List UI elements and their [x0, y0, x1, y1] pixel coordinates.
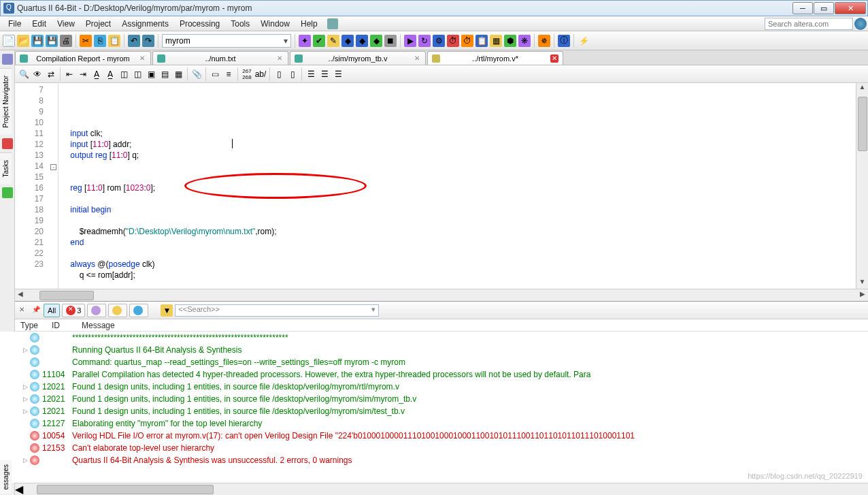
rail-icon[interactable] — [2, 54, 13, 65]
ed-tool-icon[interactable]: ☰ — [305, 68, 317, 80]
tool-icon[interactable]: ❋ — [518, 35, 531, 47]
menu-edit[interactable]: Edit — [27, 18, 52, 30]
close-panel-icon[interactable]: ✕ — [19, 306, 29, 315]
menu-view[interactable]: View — [52, 18, 80, 30]
rail-icon[interactable] — [2, 138, 13, 149]
rail-tab-navigator[interactable]: Project Navigator — [0, 68, 12, 135]
scroll-left-icon[interactable]: ◀ — [15, 483, 23, 495]
tool-icon[interactable]: ✦ — [299, 35, 311, 47]
stop-icon[interactable]: ⏹ — [384, 35, 397, 47]
tool-icon[interactable]: ◆ — [370, 35, 382, 47]
vertical-scrollbar[interactable]: ▲ ▼ — [856, 83, 868, 289]
tab-compilation-report[interactable]: Compilation Report - myrom ✕ — [15, 51, 151, 65]
tool-icon[interactable]: ⏱ — [447, 35, 459, 47]
ed-tool-icon[interactable]: ▭ — [209, 68, 221, 80]
scroll-right-icon[interactable]: ▶ — [857, 290, 868, 301]
ed-tool-icon[interactable]: ☰ — [318, 68, 331, 80]
tool-icon[interactable]: ✵ — [538, 35, 550, 47]
filter-funnel-icon[interactable]: ▼ — [161, 304, 173, 317]
ed-tool-icon[interactable]: ▯ — [286, 68, 299, 80]
search-input[interactable] — [765, 18, 853, 30]
tab-num-txt[interactable]: ../num.txt ✕ — [152, 51, 288, 65]
ed-tool-icon[interactable]: ▦ — [172, 68, 184, 80]
ed-tool-icon[interactable]: ▤ — [158, 68, 171, 80]
menu-processing[interactable]: Processing — [174, 18, 225, 30]
compile-icon[interactable]: ▶ — [404, 35, 416, 47]
fold-column[interactable]: - — [49, 83, 59, 289]
tool-icon[interactable]: ✔ — [313, 35, 325, 47]
new-file-icon[interactable]: 📄 — [3, 35, 15, 47]
ed-tool-icon[interactable]: ab/ — [254, 68, 267, 80]
tab-myrom-v[interactable]: ../rtl/myrom.v* ✕ — [427, 51, 563, 65]
save-icon[interactable]: 💾 — [31, 35, 44, 47]
ed-tool-icon[interactable]: A̲ — [90, 68, 103, 80]
horizontal-scrollbar[interactable]: ◀ ▶ — [15, 289, 868, 301]
rail-tab-tasks[interactable]: Tasks — [0, 153, 12, 185]
tool-icon[interactable]: ▦ — [490, 35, 502, 47]
help-flag-icon[interactable] — [327, 18, 338, 29]
menu-help[interactable]: Help — [295, 18, 323, 30]
open-icon[interactable]: 📂 — [17, 35, 29, 47]
scroll-down-icon[interactable]: ▼ — [859, 278, 866, 289]
maximize-button[interactable]: ▭ — [814, 2, 834, 14]
save-all-icon[interactable]: 💾 — [46, 35, 58, 47]
filter-all-button[interactable]: All — [44, 304, 60, 317]
help-icon[interactable]: ⓘ — [558, 35, 570, 47]
messages-search[interactable]: <<Search>> — [175, 304, 379, 317]
ed-tool-icon[interactable]: ▣ — [145, 68, 157, 80]
redo-icon[interactable]: ↷ — [142, 35, 154, 47]
tool-icon[interactable]: ◆ — [341, 35, 354, 47]
menu-file[interactable]: File — [3, 18, 27, 30]
project-combo[interactable]: myrom — [162, 34, 291, 48]
undo-icon[interactable]: ↶ — [128, 35, 140, 47]
scroll-thumb[interactable] — [37, 485, 214, 494]
scroll-up-icon[interactable]: ▲ — [859, 83, 866, 94]
ed-tool-icon[interactable]: 🔍 — [18, 68, 30, 80]
ed-tool-icon[interactable]: A̲ — [104, 68, 116, 80]
close-tab-icon[interactable]: ✕ — [413, 54, 421, 63]
indent-right-icon[interactable]: ⇥ — [77, 68, 89, 80]
ed-tool-icon[interactable]: ⇄ — [45, 68, 57, 80]
close-tab-icon[interactable]: ✕ — [550, 54, 558, 63]
ed-tool-icon[interactable]: ◫ — [131, 68, 144, 80]
menu-assignments[interactable]: Assignments — [116, 18, 174, 30]
code-editor[interactable]: 7891011121314151617181920212223 - input … — [15, 83, 868, 289]
tool-icon[interactable]: ⬢ — [504, 35, 516, 47]
tool-icon[interactable]: ↻ — [418, 35, 431, 47]
menu-project[interactable]: Project — [80, 18, 116, 30]
ed-tool-icon[interactable]: ◫ — [118, 68, 130, 80]
ed-tool-icon[interactable]: 👁 — [31, 68, 44, 80]
close-tab-icon[interactable]: ✕ — [138, 54, 146, 63]
copy-icon[interactable]: ⎘ — [94, 35, 106, 47]
paste-icon[interactable]: 📋 — [108, 35, 120, 47]
menu-tools[interactable]: Tools — [225, 18, 255, 30]
messages-scrollbar[interactable]: ◀ — [15, 483, 868, 495]
messages-body[interactable]: ****************************************… — [0, 332, 868, 483]
filter-errors-button[interactable]: 3 — [62, 304, 85, 317]
minimize-button[interactable]: ─ — [792, 2, 813, 14]
ed-tool-icon[interactable]: ▯ — [273, 68, 285, 80]
globe-icon[interactable] — [854, 18, 867, 30]
indent-left-icon[interactable]: ⇤ — [63, 68, 76, 80]
filter-warnings-button[interactable] — [108, 304, 127, 317]
rail-tab-messages[interactable]: essages — [0, 460, 12, 494]
code-area[interactable]: input clk; input [11:0] addr; output reg… — [59, 83, 868, 289]
scroll-thumb[interactable] — [858, 97, 867, 151]
scroll-thumb[interactable] — [39, 291, 94, 300]
rail-icon[interactable] — [2, 187, 13, 198]
pin-panel-icon[interactable]: 📌 — [32, 306, 41, 315]
tab-myrom-tb[interactable]: ../sim/myrom_tb.v ✕ — [290, 51, 426, 65]
tool-icon[interactable]: ⏱ — [461, 35, 473, 47]
bookmark-icon[interactable]: 📎 — [190, 68, 203, 80]
filter-info-button[interactable] — [129, 304, 148, 317]
tool-icon[interactable]: 📋 — [475, 35, 488, 47]
filter-flag-button[interactable] — [87, 304, 106, 317]
tool-icon[interactable]: ✎ — [327, 35, 339, 47]
close-button[interactable]: ✕ — [835, 2, 866, 14]
menu-window[interactable]: Window — [255, 18, 295, 30]
tool-icon[interactable]: ◆ — [356, 35, 368, 47]
ed-tool-icon[interactable]: 267268 — [241, 68, 253, 80]
print-icon[interactable]: 🖨 — [60, 35, 72, 47]
tool-icon[interactable]: ⚙ — [433, 35, 445, 47]
scroll-left-icon[interactable]: ◀ — [15, 290, 26, 301]
